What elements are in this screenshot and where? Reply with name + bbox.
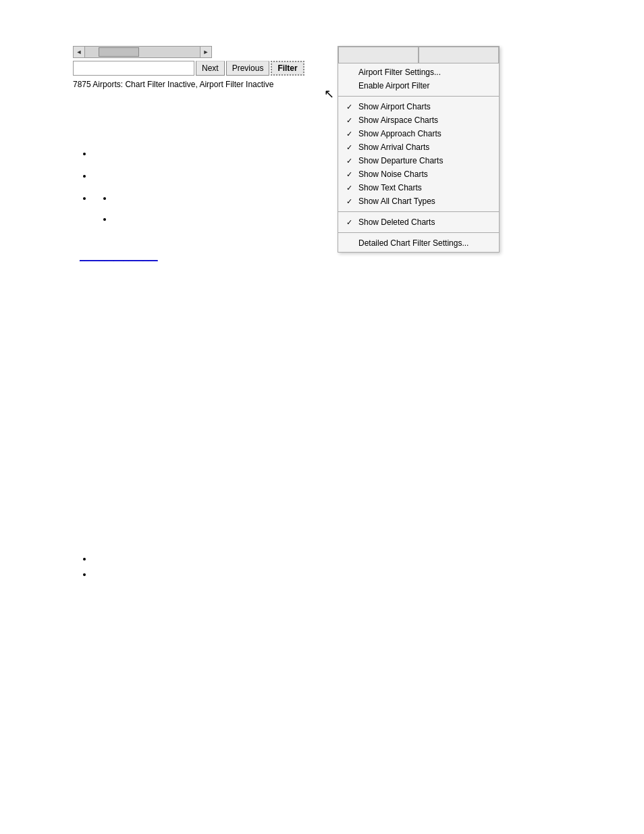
scroll-left-button[interactable]: ◄ (73, 46, 85, 58)
show-airport-charts-item[interactable]: ✓ Show Airport Charts (338, 100, 499, 113)
arrival-charts-checkmark: ✓ (346, 143, 354, 152)
deleted-charts-checkmark: ✓ (346, 218, 354, 227)
noise-charts-checkmark: ✓ (346, 170, 354, 179)
airspace-charts-checkmark: ✓ (346, 116, 354, 125)
filter-button[interactable]: Filter (271, 61, 304, 76)
previous-button[interactable]: Previous (226, 61, 270, 76)
enable-airport-filter-item[interactable]: Enable Airport Filter (338, 79, 499, 93)
show-departure-charts-item[interactable]: ✓ Show Departure Charts (338, 154, 499, 167)
separator-3 (338, 232, 499, 233)
left-arrow-icon: ◄ (76, 49, 82, 55)
detailed-settings-section: Detailed Chart Filter Settings... (338, 234, 499, 252)
search-input[interactable] (73, 61, 194, 76)
scrollbar-row: ◄ ► (73, 46, 304, 58)
cursor-icon: ↖ (324, 86, 334, 101)
buttons-row: Next Previous Filter (73, 61, 304, 76)
menu-tab-1[interactable] (338, 47, 419, 63)
bottom-bullet-list (73, 554, 613, 579)
show-approach-charts-item[interactable]: ✓ Show Approach Charts (338, 127, 499, 140)
scrollbar-track[interactable] (85, 46, 200, 58)
link-text[interactable]: ________________ (80, 251, 158, 261)
separator-2 (338, 211, 499, 212)
status-text: 7875 Airports: Chart Filter Inactive, Ai… (73, 80, 304, 89)
departure-charts-checkmark: ✓ (346, 157, 354, 165)
chart-types-section: ✓ Show Airport Charts ✓ Show Airspace Ch… (338, 98, 499, 210)
toolbar-area: ◄ ► Next Previous Filter 7875 Airports: … (73, 46, 304, 89)
airport-filter-settings-item[interactable]: Airport Filter Settings... (338, 66, 499, 79)
show-text-charts-item[interactable]: ✓ Show Text Charts (338, 181, 499, 194)
show-arrival-charts-item[interactable]: ✓ Show Arrival Charts (338, 140, 499, 154)
deleted-charts-section: ✓ Show Deleted Charts (338, 213, 499, 231)
bottom-bullet-item-2 (93, 569, 613, 579)
show-noise-charts-item[interactable]: ✓ Show Noise Charts (338, 167, 499, 181)
right-arrow-icon: ► (203, 49, 209, 55)
text-charts-checkmark: ✓ (346, 184, 354, 192)
airport-charts-checkmark: ✓ (346, 103, 354, 111)
bottom-content-area (73, 554, 613, 585)
scroll-right-button[interactable]: ► (200, 46, 212, 58)
approach-charts-checkmark: ✓ (346, 130, 354, 138)
show-deleted-charts-item[interactable]: ✓ Show Deleted Charts (338, 215, 499, 229)
show-all-chart-types-item[interactable]: ✓ Show All Chart Types (338, 194, 499, 208)
dropdown-menu: Airport Filter Settings... Enable Airpor… (338, 46, 500, 253)
menu-tab-2[interactable] (419, 47, 499, 63)
detailed-chart-filter-item[interactable]: Detailed Chart Filter Settings... (338, 236, 499, 250)
next-button[interactable]: Next (196, 61, 225, 76)
airport-filter-section: Airport Filter Settings... Enable Airpor… (338, 63, 499, 95)
show-airspace-charts-item[interactable]: ✓ Show Airspace Charts (338, 113, 499, 127)
separator-1 (338, 96, 499, 97)
menu-tab-area (338, 47, 499, 63)
link-area: ________________ (80, 251, 613, 261)
bottom-bullet-item-1 (93, 554, 613, 564)
all-chart-types-checkmark: ✓ (346, 197, 354, 206)
scrollbar-thumb[interactable] (99, 47, 139, 57)
